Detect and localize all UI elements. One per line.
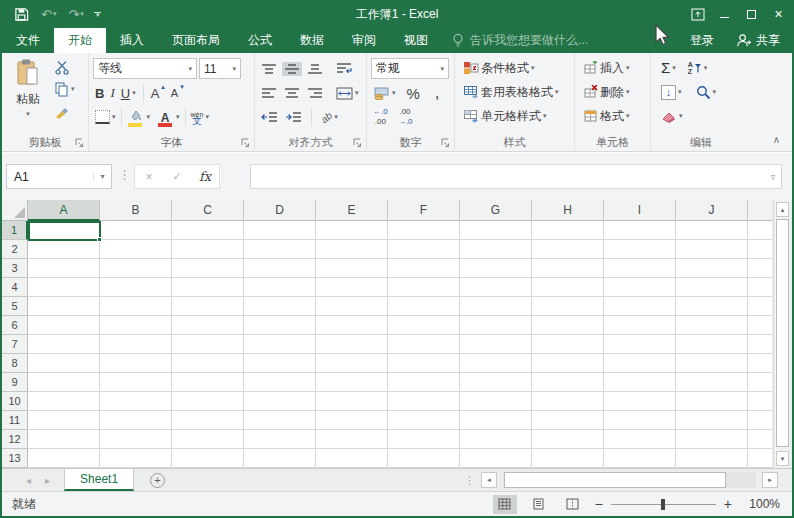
insert-function-button[interactable]: fx: [191, 169, 219, 184]
row-header-12[interactable]: 12: [2, 430, 28, 449]
new-sheet-button[interactable]: +: [150, 469, 165, 491]
font-dialog-launcher[interactable]: [240, 138, 250, 148]
tab-data[interactable]: 数据: [286, 28, 338, 53]
zoom-in-button[interactable]: +: [724, 496, 732, 512]
select-all-button[interactable]: [2, 200, 28, 221]
phonetic-guide-button[interactable]: wén 文 ▾: [189, 109, 211, 125]
confirm-entry-button[interactable]: ✓: [163, 170, 191, 183]
align-right-button[interactable]: [305, 86, 325, 100]
row-header-2[interactable]: 2: [2, 240, 28, 259]
percent-style-button[interactable]: %: [400, 84, 427, 103]
redo-button[interactable]: ↷▾: [64, 3, 87, 25]
format-painter-button[interactable]: [52, 100, 77, 122]
wrap-text-button[interactable]: [334, 61, 355, 76]
row-header-4[interactable]: 4: [2, 278, 28, 297]
column-header-partial[interactable]: [748, 200, 772, 221]
conditional-formatting-button[interactable]: 条件格式 ▾: [461, 56, 571, 80]
column-header-i[interactable]: I: [604, 200, 676, 221]
font-size-select[interactable]: 11 ▾: [199, 58, 241, 79]
name-box-caret-icon[interactable]: ▾: [93, 172, 111, 181]
column-header-h[interactable]: H: [532, 200, 604, 221]
zoom-level[interactable]: 100%: [742, 497, 780, 511]
grid-cells[interactable]: [28, 221, 772, 468]
vertical-scroll-thumb[interactable]: [776, 219, 789, 447]
row-header-7[interactable]: 7: [2, 335, 28, 354]
sheet-nav-left-icon[interactable]: ◂: [26, 475, 31, 486]
find-select-button[interactable]: ▾: [694, 84, 719, 101]
normal-view-button[interactable]: [493, 495, 517, 514]
sign-in-button[interactable]: 登录: [680, 28, 724, 53]
font-color-button[interactable]: A ▾: [154, 107, 182, 128]
fill-handle[interactable]: [97, 237, 102, 242]
decrease-decimal-button[interactable]: .00 →.0: [396, 108, 415, 126]
format-as-table-button[interactable]: 套用表格格式 ▾: [461, 80, 571, 104]
column-header-b[interactable]: B: [100, 200, 172, 221]
scroll-down-button[interactable]: ▾: [776, 451, 789, 466]
column-header-f[interactable]: F: [388, 200, 460, 221]
minimize-button[interactable]: [711, 0, 738, 28]
middle-align-button[interactable]: [282, 62, 302, 76]
borders-button[interactable]: ▾: [93, 109, 118, 125]
bold-button[interactable]: B: [93, 85, 106, 102]
cell-styles-button[interactable]: 单元格样式 ▾: [461, 104, 571, 128]
tab-formulas[interactable]: 公式: [234, 28, 286, 53]
alignment-dialog-launcher[interactable]: [352, 138, 362, 148]
share-button[interactable]: 共享: [724, 28, 792, 53]
cancel-entry-button[interactable]: ×: [135, 170, 163, 184]
grow-font-button[interactable]: A▴: [149, 85, 167, 102]
row-header-1[interactable]: 1: [2, 221, 28, 240]
merge-center-button[interactable]: ▾: [334, 86, 361, 101]
delete-cells-button[interactable]: 删除 ▾: [581, 80, 647, 104]
comma-style-button[interactable]: ,: [429, 88, 446, 98]
increase-decimal-button[interactable]: ←.0 .00: [371, 108, 390, 126]
copy-button[interactable]: ▾: [52, 78, 77, 100]
collapse-ribbon-button[interactable]: ∧: [773, 134, 780, 145]
zoom-slider[interactable]: [611, 504, 716, 505]
horizontal-scrollbar[interactable]: [503, 472, 756, 488]
column-header-a[interactable]: A: [28, 200, 100, 221]
maximize-button[interactable]: [738, 0, 765, 28]
name-box[interactable]: A1 ▾: [6, 164, 112, 189]
orientation-button[interactable]: ab▾: [319, 111, 340, 124]
column-header-g[interactable]: G: [460, 200, 532, 221]
tab-view[interactable]: 视图: [390, 28, 442, 53]
row-header-13[interactable]: 13: [2, 449, 28, 468]
row-header-9[interactable]: 9: [2, 373, 28, 392]
sheetbar-separator-dots[interactable]: ⋮: [464, 474, 475, 487]
tell-me-box[interactable]: 告诉我您想要做什么...: [452, 28, 588, 53]
number-dialog-launcher[interactable]: [440, 138, 450, 148]
ribbon-display-options-button[interactable]: [684, 0, 711, 28]
fill-button[interactable]: ↓▾: [659, 84, 684, 101]
autosum-button[interactable]: Σ▾: [659, 60, 678, 76]
format-cells-button[interactable]: 格式 ▾: [581, 104, 647, 128]
tab-home[interactable]: 开始: [54, 28, 106, 53]
fill-color-button[interactable]: ▾: [125, 107, 153, 128]
tab-insert[interactable]: 插入: [106, 28, 158, 53]
tab-page-layout[interactable]: 页面布局: [158, 28, 234, 53]
align-center-button[interactable]: [282, 86, 302, 100]
zoom-out-button[interactable]: −: [595, 496, 603, 512]
clipboard-dialog-launcher[interactable]: [74, 138, 84, 148]
column-header-j[interactable]: J: [676, 200, 748, 221]
font-name-select[interactable]: 等线 ▾: [93, 58, 197, 79]
cut-button[interactable]: [52, 56, 77, 78]
row-header-10[interactable]: 10: [2, 392, 28, 411]
accounting-format-button[interactable]: ▾: [371, 85, 398, 101]
zoom-slider-thumb[interactable]: [661, 499, 665, 510]
column-header-e[interactable]: E: [316, 200, 388, 221]
page-layout-view-button[interactable]: [527, 495, 551, 514]
bottom-align-button[interactable]: [305, 62, 325, 76]
clear-button[interactable]: ▾: [659, 109, 685, 124]
formula-input[interactable]: ▿: [250, 164, 782, 189]
vertical-scrollbar[interactable]: ▴ ▾: [773, 200, 790, 468]
sheet-nav-right-icon[interactable]: ▸: [45, 475, 50, 486]
italic-button[interactable]: I: [108, 84, 116, 102]
increase-indent-button[interactable]: [283, 110, 304, 124]
page-break-view-button[interactable]: [561, 495, 585, 514]
insert-cells-button[interactable]: 插入 ▾: [581, 56, 647, 80]
underline-button[interactable]: U▾: [119, 85, 138, 102]
horizontal-scroll-thumb[interactable]: [504, 472, 726, 488]
scroll-right-button[interactable]: ▸: [762, 472, 778, 488]
row-header-8[interactable]: 8: [2, 354, 28, 373]
sort-filter-button[interactable]: AZ ▾: [686, 60, 710, 76]
